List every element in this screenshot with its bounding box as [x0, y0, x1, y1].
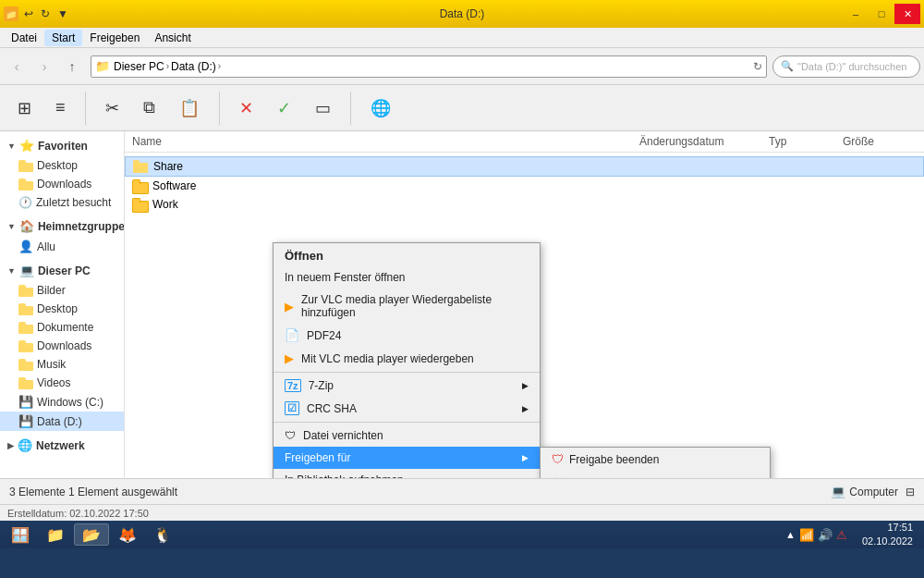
tray-arrow-icon[interactable]: ▲: [785, 529, 796, 540]
sidebar-item-desktop2[interactable]: Desktop: [0, 300, 124, 318]
ribbon-view-large[interactable]: ⊞: [9, 93, 40, 123]
ctx-pdf24[interactable]: 📄 PDF24: [274, 324, 540, 347]
ctx-oeffnen[interactable]: Öffnen: [274, 243, 540, 266]
ribbon-view-list[interactable]: ≡: [47, 93, 74, 122]
dokumente-folder-icon: [18, 322, 33, 334]
minimize-button[interactable]: –: [843, 4, 869, 24]
sidebar-heimnetz-label: Heimnetzgruppe: [38, 220, 125, 233]
ctx-7zip[interactable]: 7z 7-Zip ▶: [274, 375, 540, 397]
search-placeholder: "Data (D:)" durchsuchen: [797, 61, 906, 72]
computer-icon: 💻: [19, 264, 34, 277]
ribbon-cut[interactable]: ✂: [97, 93, 128, 123]
taskbar-app4[interactable]: 🐧: [146, 523, 179, 546]
ctx-vlc-play[interactable]: ▶ Mit VLC media player wiedergeben: [274, 347, 540, 370]
ribbon-copy[interactable]: ⧉: [135, 93, 164, 122]
list-view-status-icon[interactable]: ⊟: [906, 486, 915, 498]
ctx-vlc-play-label: Mit VLC media player wiedergeben: [301, 352, 474, 365]
tray-network-icon[interactable]: 📶: [799, 528, 814, 542]
quick-access-1[interactable]: ↩: [24, 7, 33, 20]
submenu-stop-share[interactable]: 🛡 Freigabe beenden: [541, 448, 770, 471]
sidebar-item-downloads2[interactable]: Downloads: [0, 337, 124, 355]
sidebar-item-downloads[interactable]: Downloads: [0, 175, 124, 193]
ctx-vlc-add[interactable]: ▶ Zur VLC media player Wiedergabeliste h…: [274, 289, 540, 324]
ctx-new-window-label: In neuem Fenster öffnen: [285, 271, 406, 284]
sidebar-item-desktop[interactable]: Desktop: [0, 156, 124, 175]
submenu-stop-share-label: Freigabe beenden: [569, 453, 659, 466]
status-right: 💻 Computer ⊟: [831, 485, 915, 498]
status-text: 3 Elemente 1 Element ausgewählt: [9, 486, 177, 498]
sidebar-section-dieser-pc-header[interactable]: ▼ 💻 Dieser PC: [0, 260, 124, 281]
ribbon-check[interactable]: ✓: [269, 93, 299, 123]
ribbon-paste[interactable]: 📋: [171, 93, 208, 123]
maximize-button[interactable]: □: [869, 4, 894, 24]
path-part-2[interactable]: Data (D:): [171, 60, 216, 73]
sidebar-desktop2-label: Desktop: [37, 302, 78, 315]
globe-icon: 🌐: [371, 98, 391, 118]
forward-button[interactable]: ›: [31, 54, 57, 80]
sidebar-item-data-d[interactable]: 💾 Data (D:): [0, 412, 124, 431]
quick-access-3[interactable]: ▼: [57, 7, 68, 20]
ribbon-sep-2: [219, 92, 220, 125]
path-arrow-1: ›: [166, 61, 169, 71]
ctx-freigeben[interactable]: Freigeben für ▶ 🛡 Freigabe beenden 👥 Hei…: [274, 447, 540, 469]
menu-ansicht[interactable]: Ansicht: [147, 30, 198, 46]
menu-freigeben[interactable]: Freigeben: [82, 30, 147, 46]
status-left: 3 Elemente 1 Element ausgewählt: [9, 486, 177, 498]
sidebar-item-bilder[interactable]: Bilder: [0, 281, 124, 300]
ctx-vernichten[interactable]: 🛡 Datei vernichten: [274, 424, 540, 447]
tray-warning-icon[interactable]: ⚠: [836, 528, 847, 542]
back-button[interactable]: ‹: [4, 54, 30, 80]
toolbar: ‹ › ↑ 📁 Dieser PC › Data (D:) › ↻ 🔍 "Dat…: [0, 48, 924, 85]
sidebar-section-favoriten-header[interactable]: ▼ ⭐ Favoriten: [0, 135, 124, 156]
vlc-play-icon: ▶: [285, 351, 294, 365]
submenu-heimnetz-show-label: Heimnetzgruppe (anzeigen): [572, 476, 709, 479]
ribbon-delete[interactable]: ✕: [231, 93, 261, 123]
ctx-new-window[interactable]: In neuem Fenster öffnen: [274, 266, 540, 289]
ribbon-rename[interactable]: ▭: [307, 93, 339, 123]
sidebar-downloads-label: Downloads: [37, 178, 91, 191]
sidebar-section-heimnetz-header[interactable]: ▼ 🏠 Heimnetzgruppe: [0, 215, 124, 237]
vlc-add-icon: ▶: [285, 300, 294, 314]
crc-icon: ☑: [285, 401, 299, 415]
sidebar-section-dieser-pc: ▼ 💻 Dieser PC Bilder Desktop Dokumente D…: [0, 260, 124, 431]
sidebar-item-musik[interactable]: Musik: [0, 355, 124, 374]
ctx-bibliothek[interactable]: In Bibliothek aufnehmen: [274, 469, 540, 478]
path-part-1[interactable]: Dieser PC: [114, 60, 164, 73]
submenu-heimnetz-show[interactable]: 👥 Heimnetzgruppe (anzeigen): [541, 471, 770, 478]
netzwerk-icon: 🌐: [18, 438, 32, 452]
heimnetz-arrow-icon: ▼: [7, 222, 16, 231]
pdf24-icon: 📄: [285, 328, 299, 342]
sidebar-item-videos[interactable]: Videos: [0, 374, 124, 392]
menu-start[interactable]: Start: [44, 30, 82, 46]
quick-access-2[interactable]: ↻: [41, 7, 50, 20]
up-button[interactable]: ↑: [59, 54, 85, 80]
stop-share-icon: 🛡: [552, 452, 564, 466]
window-controls: – □ ✕: [843, 4, 920, 24]
address-bar[interactable]: 📁 Dieser PC › Data (D:) › ↻: [91, 55, 767, 78]
sidebar-item-allu[interactable]: 👤 Allu: [0, 237, 124, 256]
menu-datei[interactable]: Datei: [4, 30, 44, 46]
refresh-icon[interactable]: ↻: [753, 60, 762, 73]
taskbar-file-manager[interactable]: 📂: [74, 523, 109, 546]
clock[interactable]: 17:51 02.10.2022: [855, 521, 920, 549]
sidebar-section-netzwerk-header[interactable]: ▶ 🌐 Netzwerk: [0, 435, 124, 456]
sidebar-item-dokumente[interactable]: Dokumente: [0, 318, 124, 337]
search-bar[interactable]: 🔍 "Data (D:)" durchsuchen: [772, 55, 920, 78]
ctx-crc[interactable]: ☑ CRC SHA ▶: [274, 397, 540, 420]
taskbar-explorer[interactable]: 📁: [39, 523, 72, 546]
taskbar-right: ▲ 📶 🔊 ⚠ 17:51 02.10.2022: [785, 521, 920, 549]
close-button[interactable]: ✕: [894, 4, 920, 24]
address-path: Dieser PC › Data (D:) ›: [114, 60, 749, 73]
ribbon-globe[interactable]: 🌐: [362, 93, 399, 123]
tray-speaker-icon[interactable]: 🔊: [818, 528, 833, 542]
sidebar-item-zuletzt[interactable]: 🕐 Zuletzt besucht: [0, 193, 124, 212]
taskbar-firefox[interactable]: 🦊: [111, 523, 144, 546]
sidebar-netzwerk-label: Netzwerk: [36, 439, 85, 452]
start-button[interactable]: 🪟: [4, 523, 37, 546]
heimnetz-show-icon: 👥: [552, 475, 566, 478]
list-view-icon: ≡: [55, 98, 66, 117]
sidebar-item-windows-c[interactable]: 💾 Windows (C:): [0, 392, 124, 412]
musik-folder-icon: [18, 359, 33, 371]
user-icon: 👤: [18, 240, 33, 253]
sidebar-bilder-label: Bilder: [37, 284, 66, 297]
